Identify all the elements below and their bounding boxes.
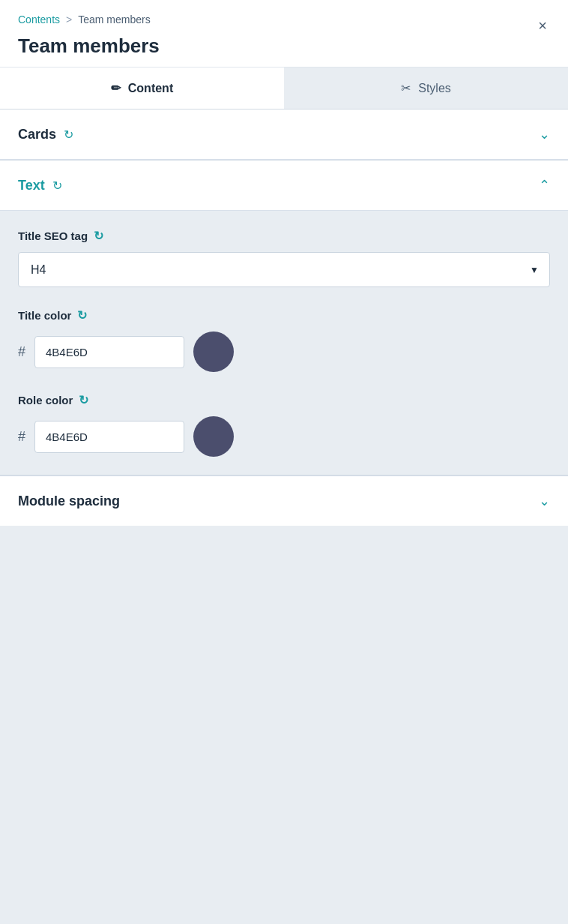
breadcrumb-separator: > bbox=[66, 14, 72, 26]
breadcrumb-parent[interactable]: Contents bbox=[18, 14, 60, 26]
role-color-row: # bbox=[18, 416, 550, 457]
text-refresh-icon[interactable]: ↻ bbox=[52, 178, 62, 193]
role-color-refresh-icon[interactable]: ↻ bbox=[79, 393, 88, 407]
text-section-row[interactable]: Text ↻ ⌃ bbox=[0, 160, 568, 211]
text-section-content: Title SEO tag ↻ H4 H1 H2 H3 H5 H6 p span… bbox=[0, 211, 568, 476]
title-color-hash: # bbox=[18, 344, 25, 360]
role-color-label: Role color ↻ bbox=[18, 393, 550, 407]
module-spacing-chevron-down-icon[interactable]: ⌄ bbox=[539, 493, 550, 509]
role-color-group: Role color ↻ # bbox=[18, 393, 550, 457]
title-color-refresh-icon[interactable]: ↻ bbox=[77, 308, 87, 322]
title-seo-tag-refresh-icon[interactable]: ↻ bbox=[94, 229, 103, 243]
cards-section-left: Cards ↻ bbox=[18, 127, 73, 142]
header: Contents > Team members × Team members bbox=[0, 0, 568, 68]
title-seo-tag-select-wrapper: H4 H1 H2 H3 H5 H6 p span ▼ bbox=[18, 252, 550, 287]
tab-content[interactable]: ✏ Content bbox=[0, 68, 284, 109]
panel: Contents > Team members × Team members ✏… bbox=[0, 0, 568, 526]
role-color-swatch[interactable] bbox=[193, 416, 234, 457]
title-color-swatch[interactable] bbox=[193, 332, 234, 372]
cards-refresh-icon[interactable]: ↻ bbox=[64, 128, 73, 142]
title-seo-tag-group: Title SEO tag ↻ H4 H1 H2 H3 H5 H6 p span… bbox=[18, 229, 550, 287]
page-title: Team members bbox=[18, 34, 550, 58]
tab-styles[interactable]: ✂ Styles bbox=[284, 68, 568, 109]
cards-chevron-down-icon[interactable]: ⌄ bbox=[539, 126, 550, 142]
title-color-input[interactable] bbox=[34, 336, 184, 368]
text-chevron-up-icon[interactable]: ⌃ bbox=[539, 177, 550, 194]
module-spacing-row[interactable]: Module spacing ⌄ bbox=[0, 476, 568, 526]
module-spacing-label: Module spacing bbox=[18, 494, 120, 509]
role-color-input[interactable] bbox=[34, 421, 184, 453]
scissors-icon: ✂ bbox=[401, 81, 411, 95]
title-seo-tag-select[interactable]: H4 H1 H2 H3 H5 H6 p span bbox=[19, 253, 549, 286]
tab-styles-label: Styles bbox=[418, 82, 451, 95]
title-color-row: # bbox=[18, 332, 550, 372]
tabs-container: ✏ Content ✂ Styles bbox=[0, 68, 568, 110]
text-label: Text bbox=[18, 178, 45, 194]
cards-section-row[interactable]: Cards ↻ ⌄ bbox=[0, 110, 568, 160]
role-color-hash: # bbox=[18, 429, 25, 445]
tab-content-label: Content bbox=[128, 82, 173, 95]
title-color-label: Title color ↻ bbox=[18, 308, 550, 322]
pencil-icon: ✏ bbox=[111, 81, 121, 95]
text-section-left: Text ↻ bbox=[18, 178, 62, 194]
close-button[interactable]: × bbox=[535, 15, 550, 36]
cards-label: Cards bbox=[18, 127, 56, 142]
title-color-group: Title color ↻ # bbox=[18, 308, 550, 372]
breadcrumb-current: Team members bbox=[78, 14, 150, 26]
title-seo-tag-label: Title SEO tag ↻ bbox=[18, 229, 550, 243]
breadcrumb: Contents > Team members bbox=[18, 14, 550, 26]
